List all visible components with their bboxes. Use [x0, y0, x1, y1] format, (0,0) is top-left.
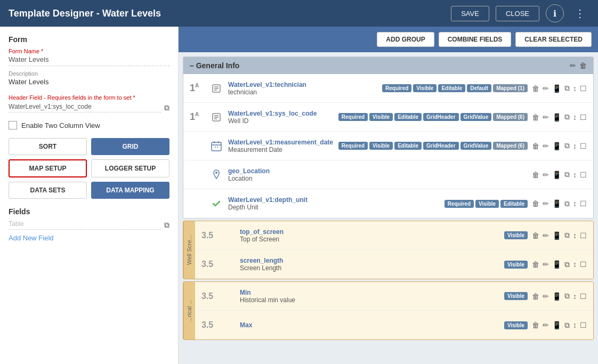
edit-field-icon[interactable]: ✏	[543, 199, 549, 208]
tag-editable: Editable	[438, 84, 465, 92]
max-tags: Visible	[504, 321, 528, 329]
geo-location-row-actions: 🗑 ✏ 📱 ⧉ ↕ ☐	[532, 170, 587, 179]
move-icon[interactable]: ↕	[573, 231, 577, 240]
content-area[interactable]: – General Info ✏ 🗑 1A WaterLevel_v1:tech…	[179, 52, 598, 364]
delete-group-icon[interactable]: 🗑	[579, 61, 587, 70]
header-field-value: WaterLevel_v1:sys_loc_code	[9, 103, 161, 112]
delete-field-icon[interactable]: 🗑	[532, 113, 539, 122]
edit-field-icon[interactable]: ✏	[543, 113, 549, 122]
min-info: Min Historical min value	[240, 289, 500, 304]
edit-field-icon[interactable]: ✏	[543, 292, 549, 301]
add-new-field-link[interactable]: Add New Field	[9, 234, 54, 242]
mobile-icon[interactable]: 📱	[552, 113, 561, 122]
copy-field-icon[interactable]: ⧉	[564, 112, 570, 122]
checkbox-icon[interactable]: ☐	[580, 231, 587, 240]
delete-field-icon[interactable]: 🗑	[532, 84, 539, 93]
tag-visible: Visible	[504, 261, 528, 269]
mobile-icon[interactable]: 📱	[552, 321, 561, 329]
edit-field-icon[interactable]: ✏	[543, 231, 549, 240]
mobile-icon[interactable]: 📱	[552, 171, 561, 179]
delete-field-icon[interactable]: 🗑	[532, 292, 539, 301]
max-row-actions: 🗑 ✏ 📱 ⧉ ↕ ☐	[532, 321, 587, 330]
table-input[interactable]: Table	[9, 220, 161, 230]
edit-field-icon[interactable]: ✏	[543, 142, 549, 150]
delete-field-icon[interactable]: 🗑	[532, 142, 539, 150]
top-screen-info: top_of_screen Top of Screen	[240, 228, 500, 243]
top-screen-tags: Visible	[504, 231, 528, 239]
move-icon[interactable]: ↕	[573, 84, 577, 93]
copy-field-icon[interactable]: ⧉	[564, 321, 570, 330]
tag-gridvalue: GridValue	[460, 142, 492, 150]
close-button[interactable]: CLOSE	[496, 6, 539, 21]
technician-icon	[209, 81, 224, 96]
move-icon[interactable]: ↕	[573, 260, 577, 269]
well-screen-label[interactable]: Well Scre...	[183, 221, 195, 279]
sort-button[interactable]: SORT	[9, 138, 87, 155]
edit-field-icon[interactable]: ✏	[543, 321, 549, 329]
copy-field-icon[interactable]: ⧉	[564, 141, 570, 150]
technician-info: WaterLevel_v1:technician technician	[228, 81, 378, 96]
mobile-icon[interactable]: 📱	[552, 231, 561, 240]
field-number-screen-length: 3.5	[201, 260, 216, 269]
move-icon[interactable]: ↕	[573, 292, 577, 301]
checkbox-icon[interactable]: ☐	[580, 113, 587, 122]
delete-field-icon[interactable]: 🗑	[532, 199, 539, 208]
checkbox-icon[interactable]: ☐	[580, 321, 587, 329]
checkbox-icon[interactable]: ☐	[580, 84, 587, 93]
sys-loc-code-field-name: WaterLevel_v1:sys_loc_code	[228, 110, 334, 117]
data-mapping-button[interactable]: DATA MAPPING	[91, 182, 169, 199]
copy-field-icon[interactable]: ⧉	[564, 260, 570, 269]
checkbox-icon[interactable]: ☐	[580, 171, 587, 179]
svg-point-12	[215, 147, 216, 148]
mobile-icon[interactable]: 📱	[552, 199, 561, 208]
checkbox-icon[interactable]: ☐	[580, 260, 587, 269]
edit-field-icon[interactable]: ✏	[543, 260, 549, 269]
map-setup-button[interactable]: MAP SETUP	[9, 159, 87, 177]
svg-point-14	[215, 172, 217, 174]
tag-visible: Visible	[475, 200, 499, 208]
checkbox-icon[interactable]: ☐	[580, 199, 587, 208]
move-icon[interactable]: ↕	[573, 142, 577, 150]
mobile-icon[interactable]: 📱	[552, 84, 561, 93]
move-icon[interactable]: ↕	[573, 321, 577, 329]
header-field-row: WaterLevel_v1:sys_loc_code ⧉	[9, 103, 169, 112]
copy-field-icon[interactable]: ⧉	[564, 292, 570, 301]
mobile-icon[interactable]: 📱	[552, 292, 561, 301]
copy-icon[interactable]: ⧉	[164, 103, 169, 112]
tag-mapped: Mapped (6)	[493, 113, 528, 121]
save-button[interactable]: SAVE	[451, 6, 489, 21]
info-button[interactable]: ℹ	[546, 4, 564, 22]
add-group-button[interactable]: ADD GROUP	[377, 32, 434, 47]
move-icon[interactable]: ↕	[573, 171, 577, 179]
mobile-icon[interactable]: 📱	[552, 260, 561, 269]
field-row-top-of-screen: 3.5 top_of_screen Top of Screen Visible …	[195, 221, 593, 250]
combine-fields-button[interactable]: COMBINE FIELDS	[439, 32, 512, 47]
geo-location-info: geo_Location Location	[228, 167, 523, 182]
data-sets-button[interactable]: DATA SETS	[9, 182, 87, 199]
move-icon[interactable]: ↕	[573, 113, 577, 122]
clear-selected-button[interactable]: CLEAR SELECTED	[515, 32, 592, 47]
copy-field-icon[interactable]: ⧉	[564, 170, 570, 179]
delete-field-icon[interactable]: 🗑	[532, 171, 539, 179]
copy-field-icon[interactable]: ⧉	[564, 84, 570, 93]
checkbox-icon[interactable]: ☐	[580, 292, 587, 301]
delete-field-icon[interactable]: 🗑	[532, 231, 539, 240]
edit-field-icon[interactable]: ✏	[543, 84, 549, 93]
delete-field-icon[interactable]: 🗑	[532, 260, 539, 269]
two-column-checkbox[interactable]	[9, 121, 17, 130]
checkbox-icon[interactable]: ☐	[580, 142, 587, 150]
mobile-icon[interactable]: 📱	[552, 142, 561, 150]
sys-loc-code-info: WaterLevel_v1:sys_loc_code Well ID	[228, 110, 334, 125]
copy-field-icon[interactable]: ⧉	[564, 199, 570, 208]
edit-group-icon[interactable]: ✏	[570, 61, 576, 70]
menu-button[interactable]: ⋮	[570, 5, 589, 22]
move-icon[interactable]: ↕	[573, 199, 577, 208]
delete-field-icon[interactable]: 🗑	[532, 321, 539, 329]
copy-field-icon[interactable]: ⧉	[564, 231, 570, 240]
edit-field-icon[interactable]: ✏	[543, 171, 549, 179]
tag-gridvalue: GridValue	[460, 113, 492, 121]
grid-button[interactable]: GRID	[91, 138, 169, 155]
logger-setup-button[interactable]: LOGGER SETUP	[91, 159, 169, 177]
table-copy-icon[interactable]: ⧉	[164, 221, 169, 230]
historical-label[interactable]: ...rical ...	[183, 282, 195, 339]
